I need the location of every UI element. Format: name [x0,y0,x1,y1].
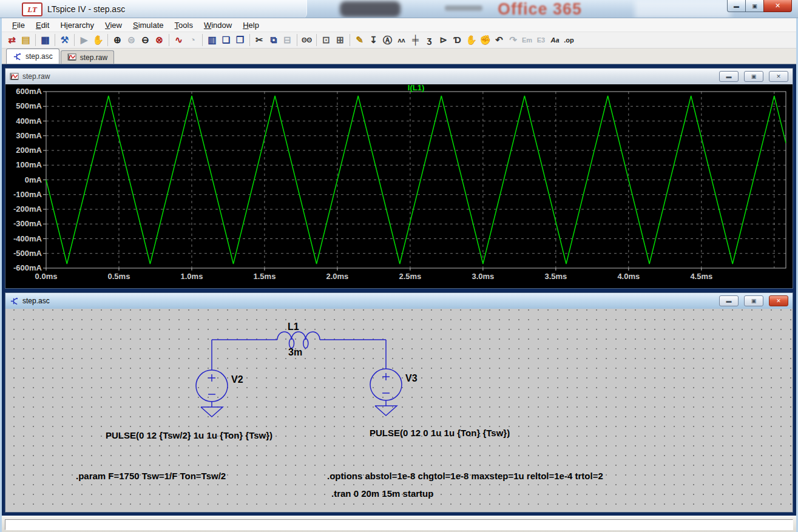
tab-bar: step.asc step.raw [2,49,796,64]
ground-symbol[interactable] [201,402,223,417]
inductor-value-label[interactable]: 3m [288,347,302,357]
tab-label: step.asc [25,52,53,61]
inductor-button[interactable]: ʒ [422,33,436,47]
menu-window[interactable]: Window [198,21,237,30]
print-preview-button[interactable]: ⊡ [319,33,333,47]
autorange-waveform-button[interactable]: ∿ [172,33,186,47]
restore-button[interactable]: ▣ [744,295,763,306]
inductor-ref-label[interactable]: L1 [288,322,299,332]
restore-button[interactable]: ▣ [744,71,763,82]
v2-ref-label[interactable]: V2 [231,374,243,385]
menu-bar: FileEditHierarchyViewSimulateToolsWindow… [2,18,796,32]
y-axis-label: -200mA [13,204,42,214]
tile-vertically-button[interactable]: ▥ [205,33,219,47]
menu-view[interactable]: View [100,21,127,30]
text-button[interactable]: Aa [548,33,562,47]
zoom-previous-button: ⊜ [124,33,138,47]
y-axis-label: 500mA [16,101,42,110]
new-schematic-button[interactable]: ⇄ [5,33,19,47]
toolbar-separator [202,34,203,46]
ltspice-logo-icon[interactable]: LT [22,2,42,16]
background-window-text: Office 365 [498,0,582,18]
x-axis-label: 1.0ms [181,272,203,281]
undo-button[interactable]: ↶ [492,33,506,47]
toolbar-separator [107,34,108,46]
redo-button: ↷ [506,33,520,47]
print-button[interactable]: ⊞ [333,33,347,47]
param-directive[interactable]: .param F=1750 Tsw=1/F Ton=Tsw/2 [76,471,226,481]
tile-horizontally-button[interactable]: ❐ [233,33,247,47]
toolbar-separator [35,34,36,46]
minimize-button[interactable]: ▬ [727,0,746,12]
menu-file[interactable]: File [7,21,30,30]
waveform-plot[interactable]: 600mA500mA400mA300mA200mA100mA0mA-100mA-… [5,84,793,288]
zoom-out-button[interactable]: ⊖ [138,33,152,47]
x-axis-label: 3.0ms [472,272,494,281]
em-tool-button: Em [520,33,534,47]
cut-button[interactable]: ✂ [252,33,266,47]
label-net-button[interactable]: Ⓐ [380,33,394,47]
x-axis-label: 2.5ms [399,272,421,281]
menu-help[interactable]: Help [237,21,265,30]
v3-value-label[interactable]: PULSE(0 12 0 1u 1u {Ton} {Tsw}) [370,428,510,438]
run-button: ▶ [77,33,91,47]
capacitor-button[interactable]: ╪ [408,33,422,47]
minimize-button[interactable]: ▬ [719,295,739,306]
schematic-canvas[interactable]: L1 3m V2 V3 [5,309,793,512]
schematic-window: step.asc ▬ ▣ ✕ L1 3m [5,292,793,513]
menu-edit[interactable]: Edit [30,21,55,30]
ground-symbol[interactable] [375,400,397,416]
y-axis-label: -100mA [13,190,42,199]
halt-button: ✋ [91,33,105,47]
tran-directive[interactable]: .tran 0 20m 15m startup [331,488,433,499]
inductor-L1[interactable]: L1 3m [277,322,320,357]
minimize-button[interactable]: ▬ [719,71,739,82]
status-message [5,519,793,530]
v2-value-label[interactable]: PULSE(0 12 {Tsw/2} 1u 1u {Ton} {Tsw}) [106,430,272,440]
find-button[interactable]: ʘʘ [300,33,314,47]
restore-button[interactable]: ▣ [746,0,763,12]
voltage-source-V2[interactable]: V2 [196,370,243,402]
menu-hierarchy[interactable]: Hierarchy [55,21,100,30]
schematic-window-title: step.asc [22,297,50,305]
wire-button[interactable]: ✎ [353,33,367,47]
trace-name-label[interactable]: I(L1) [408,84,424,92]
open-file-button[interactable]: ▤ [19,33,33,47]
v3-ref-label[interactable]: V3 [405,373,418,383]
toolbar-separator [74,34,75,46]
copy-button[interactable]: ⧉ [266,33,280,47]
resistor-button[interactable]: ʌʌ [394,33,408,47]
save-button[interactable]: ▦ [38,33,52,47]
toolbar-separator [316,34,317,46]
voltage-source-V3[interactable]: V3 [370,369,418,400]
diode-button[interactable]: ⊳ [436,33,450,47]
cascade-windows-button[interactable]: ❏ [219,33,233,47]
menu-simulate[interactable]: Simulate [127,21,169,30]
background-window-smudge [445,5,482,11]
zoom-full-extents-button[interactable]: ⊗ [152,33,166,47]
zoom-in-button[interactable]: ⊕ [110,33,124,47]
schematic-window-titlebar[interactable]: step.asc ▬ ▣ ✕ [5,293,793,309]
close-button[interactable]: ✕ [763,0,792,12]
drag-button[interactable]: ✊ [478,33,492,47]
spice-directive-button[interactable]: .op [562,33,576,47]
move-button[interactable]: ✋ [464,33,478,47]
options-directive[interactable]: .options abstol=1e-8 chgtol=1e-8 maxstep… [327,471,603,481]
control-panel-button[interactable]: ⚒ [58,33,72,47]
waveform-window-titlebar[interactable]: step.raw ▬ ▣ ✕ [5,69,793,84]
ground-button[interactable]: ↧ [367,33,380,47]
pan-waveform-button: ◔ [186,33,200,47]
y-axis-label: -500mA [13,249,42,258]
tab-step-asc[interactable]: step.asc [6,49,59,64]
waveform-plot-area[interactable]: 600mA500mA400mA300mA200mA100mA0mA-100mA-… [5,84,793,288]
component-button[interactable]: Ɗ [450,33,464,47]
x-axis-label: 3.5ms [544,272,567,281]
y-axis-label: -400mA [13,234,42,243]
close-button[interactable]: ✕ [769,71,788,82]
y-axis-label: 400mA [16,116,42,126]
schematic-icon [13,52,22,61]
tab-step-raw[interactable]: step.raw [61,50,114,64]
menu-tools[interactable]: Tools [169,21,198,30]
toolbar-separator [55,34,55,46]
close-button[interactable]: ✕ [769,295,788,306]
